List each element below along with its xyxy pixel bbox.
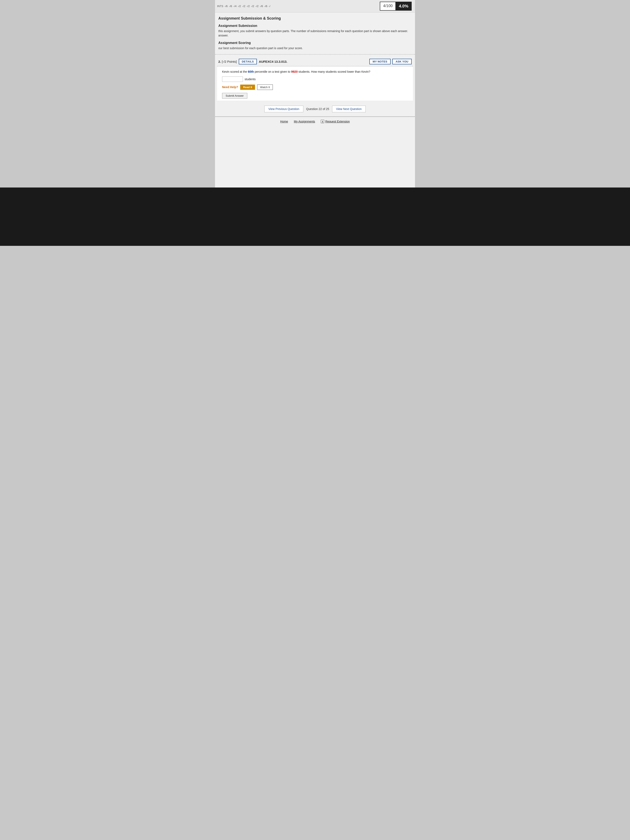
deduction-5: -/2 [242, 5, 245, 8]
score-box: 4/100 4.0% [380, 2, 412, 11]
score-fraction: 4/100 [380, 2, 396, 10]
read-it-button[interactable]: Read It [240, 85, 255, 90]
plus-icon: + [321, 120, 324, 123]
home-link[interactable]: Home [280, 120, 288, 123]
assignment-scoring-text: our best submission for each question pa… [215, 46, 415, 52]
footer-links: Home My Assignments + Request Extension [215, 117, 415, 127]
answer-row: students [222, 76, 408, 82]
deduction-1: -/6 [224, 5, 228, 8]
question-text-part2: percentile on a test given to [254, 70, 291, 73]
question-code: AUFEXC4 13.3.013. [259, 60, 367, 63]
need-help-label: Need Help? [222, 85, 238, 89]
highlight-percentile: 60th [248, 70, 254, 73]
need-help-row: Need Help? Read It Watch It [222, 84, 408, 90]
details-button[interactable]: DETAILS [239, 59, 257, 65]
answer-input[interactable] [222, 76, 243, 82]
deduction-9: -/6 [260, 5, 263, 8]
question-text: Kevin scored at the 60th percentile on a… [222, 69, 408, 74]
page-wrapper: INTS -/6 -/6 -/4 -/2 -/2 -/2 -/2 -/2 -/6… [215, 0, 415, 188]
deduction-10: -/6 [264, 5, 267, 8]
request-extension-link[interactable]: + Request Extension [321, 120, 350, 123]
score-bar: INTS -/6 -/6 -/4 -/2 -/2 -/2 -/2 -/2 -/6… [215, 0, 415, 13]
question-text-part1: Kevin scored at the [222, 70, 248, 73]
deduction-4: -/2 [238, 5, 241, 8]
view-next-question-button[interactable]: View Next Question [332, 106, 366, 112]
right-buttons: MY NOTES ASK YOU [369, 59, 412, 65]
my-assignments-link[interactable]: My Assignments [294, 120, 315, 123]
deduction-11: -/ [268, 5, 270, 8]
assignment-submission-text: this assignment, you submit answers by q… [215, 28, 415, 39]
deduction-2: -/6 [229, 5, 232, 8]
watch-it-button[interactable]: Watch It [257, 84, 273, 90]
my-notes-button[interactable]: MY NOTES [369, 59, 391, 65]
question-content: Kevin scored at the 60th percentile on a… [217, 66, 413, 101]
deduction-6: -/2 [246, 5, 249, 8]
highlight-students: 9920 [291, 70, 298, 73]
submit-answer-button[interactable]: Submit Answer [222, 93, 247, 98]
deduction-8: -/2 [256, 5, 259, 8]
bottom-dark-area [0, 188, 630, 246]
question-text-part3: students. How many students scored lower… [298, 70, 370, 73]
navigation-row: View Previous Question Question 22 of 25… [215, 101, 415, 117]
question-number: 2. [-/2 Points] [218, 60, 237, 63]
answer-label: students [245, 77, 256, 81]
assignment-submission-subheading: Assignment Submission [215, 22, 415, 28]
points-row: INTS -/6 -/6 -/4 -/2 -/2 -/2 -/2 -/2 -/6… [215, 5, 380, 8]
ask-your-button[interactable]: ASK YOU [392, 59, 412, 65]
points-label: INTS [217, 5, 223, 8]
assignment-submission-scoring-heading: Assignment Submission & Scoring [215, 13, 415, 22]
assignment-scoring-subheading: Assignment Scoring [215, 39, 415, 46]
score-percent: 4.0% [396, 2, 411, 10]
deduction-3: -/4 [233, 5, 237, 8]
question-row: 2. [-/2 Points] DETAILS AUFEXC4 13.3.013… [215, 57, 415, 66]
view-previous-question-button[interactable]: View Previous Question [264, 106, 303, 112]
question-info: Question 22 of 25 [306, 107, 329, 111]
deduction-7: -/2 [251, 5, 254, 8]
divider-1 [215, 54, 415, 55]
request-extension-label: Request Extension [325, 120, 350, 123]
